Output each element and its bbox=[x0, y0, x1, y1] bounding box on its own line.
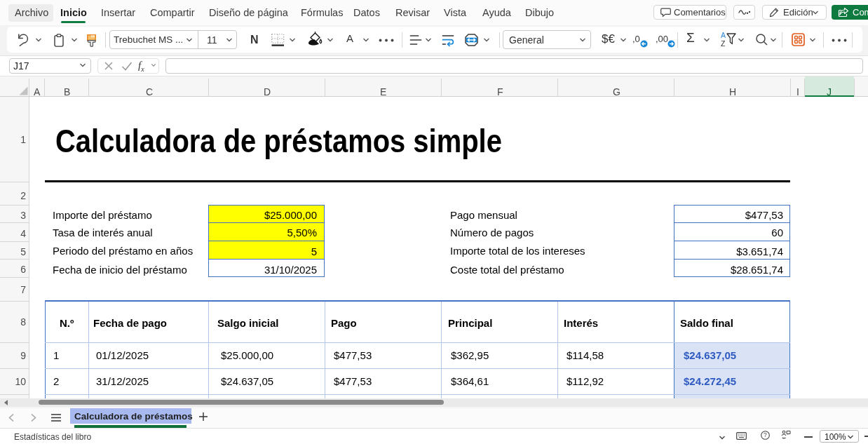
svg-text:Z: Z bbox=[721, 39, 726, 48]
svg-text:?: ? bbox=[764, 431, 767, 438]
svg-text:A: A bbox=[721, 32, 726, 39]
